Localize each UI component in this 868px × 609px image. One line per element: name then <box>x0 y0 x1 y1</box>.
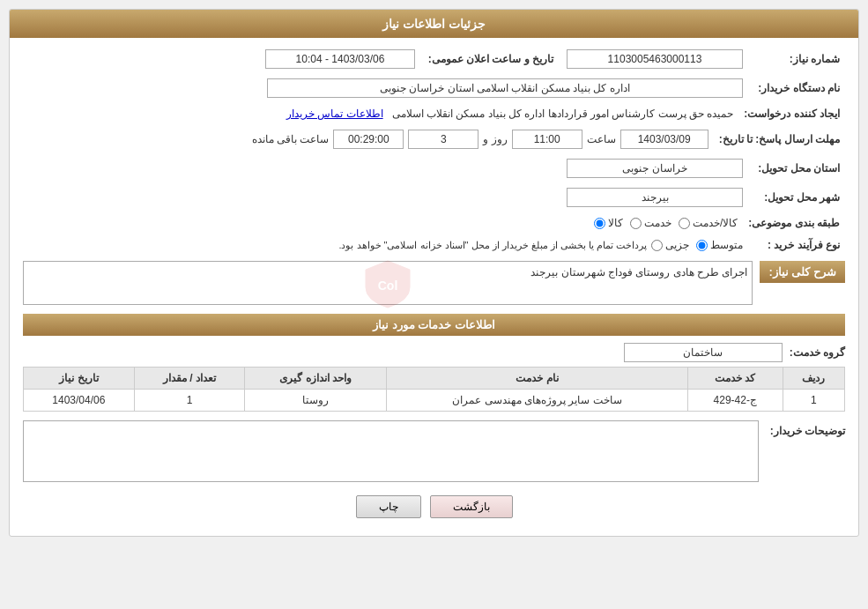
category-khedmat-label: خدمت <box>644 217 671 229</box>
services-section-header: اطلاعات خدمات مورد نیاز <box>23 314 845 336</box>
info-row-7: طبقه بندی موضوعی: کالا/خدمت خدمت <box>23 214 845 232</box>
province-label: استان محل تحویل: <box>748 156 845 181</box>
process-option-jozi: جزیی <box>651 239 689 251</box>
service-group-value: ساختمان <box>624 343 783 362</box>
category-option-khedmat: خدمت <box>630 217 671 229</box>
service-group-label: گروه خدمت: <box>790 346 845 359</box>
table-row: 1ج-42-429ساخت سایر پروژه‌های مهندسی عمرا… <box>24 390 845 412</box>
announce-label: تاریخ و ساعت اعلان عمومی: <box>420 47 561 71</box>
city-value: بیرجند <box>567 188 743 207</box>
process-motavas-label: متوسط <box>710 239 743 251</box>
announce-value: 1403/03/06 - 10:04 <box>265 49 415 69</box>
svg-text:Col: Col <box>378 279 398 293</box>
category-option-kala: کالا <box>594 217 623 229</box>
deadline-remaining-value: 00:29:00 <box>333 130 404 149</box>
back-button[interactable]: بازگشت <box>430 495 513 518</box>
process-row: متوسط جزیی پرداخت تمام یا بخشی از مبلغ خ… <box>28 239 743 251</box>
category-kala-khedmat-radio[interactable] <box>679 218 690 229</box>
info-row-1: شماره نیاز: 1103005463000113 تاریخ و ساع… <box>23 47 845 71</box>
buyer-name-value: اداره کل بنیاد مسکن انقلاب اسلامی استان … <box>267 78 743 98</box>
buttons-row: بازگشت چاپ <box>23 495 845 518</box>
process-note: پرداخت تمام یا بخشی از مبلغ خریدار از مح… <box>338 240 647 251</box>
category-radio-group: کالا/خدمت خدمت کالا <box>28 217 738 229</box>
info-row-3: ایجاد کننده درخواست: حمیده حق پرست کارشن… <box>23 105 845 123</box>
col-header-date: تاریخ نیاز <box>24 368 135 390</box>
deadline-label: مهلت ارسال پاسخ: تا تاریخ: <box>714 127 845 152</box>
category-kala-label: کالا <box>608 217 623 229</box>
page-title: جزئیات اطلاعات نیاز <box>382 17 486 31</box>
description-value: اجرای طرح هادی روستای فوداج شهرستان بیرج… <box>530 266 747 279</box>
process-motavas-radio[interactable] <box>696 240 708 251</box>
card-header: جزئیات اطلاعات نیاز <box>10 10 858 38</box>
main-card: جزئیات اطلاعات نیاز شماره نیاز: 11030054… <box>9 9 859 537</box>
buyer-description-section: توضیحات خریدار: <box>23 420 845 482</box>
city-label: شهر محل تحویل: <box>748 185 845 210</box>
col-header-name: نام خدمت <box>387 368 687 390</box>
watermark-shield: Col <box>361 256 414 309</box>
category-option-kala-khedmat: کالا/خدمت <box>679 217 738 229</box>
creator-value: حمیده حق پرست کارشناس امور قراردادها ادا… <box>392 108 734 120</box>
col-header-row: ردیف <box>783 368 844 390</box>
buyer-name-label: نام دستگاه خریدار: <box>748 76 845 100</box>
process-jozi-label: جزیی <box>665 239 689 251</box>
deadline-time-label: ساعت <box>587 133 616 145</box>
process-option-motavas: متوسط <box>696 239 743 251</box>
deadline-remaining-label: ساعت باقی مانده <box>252 133 330 145</box>
need-number-value: 1103005463000113 <box>567 49 743 69</box>
info-row-6: شهر محل تحویل: بیرجند <box>23 185 845 210</box>
category-kala-radio[interactable] <box>594 218 605 229</box>
process-radio-group: متوسط جزیی <box>651 239 743 251</box>
description-section-label: شرح کلی نیاز: <box>760 261 845 283</box>
buyer-description-label: توضیحات خریدار: <box>766 420 845 437</box>
need-number-label: شماره نیاز: <box>748 47 845 71</box>
info-row-5: استان محل تحویل: خراسان جنوبی <box>23 156 845 181</box>
card-body: شماره نیاز: 1103005463000113 تاریخ و ساع… <box>10 38 858 536</box>
info-row-8: نوع فرآیند خرید : متوسط جزیی <box>23 236 845 254</box>
info-row-4: مهلت ارسال پاسخ: تا تاریخ: 1403/03/09 سا… <box>23 127 845 152</box>
deadline-row: 1403/03/09 ساعت 11:00 روز و 3 00:29:00 س… <box>28 130 708 149</box>
creator-label: ایجاد کننده درخواست: <box>738 105 845 123</box>
services-table: ردیف کد خدمت نام خدمت واحد اندازه گیری ت… <box>23 367 845 412</box>
description-section: شرح کلی نیاز: اجرای طرح هادی روستای فودا… <box>23 261 845 305</box>
info-row-2: نام دستگاه خریدار: اداره کل بنیاد مسکن ا… <box>23 76 845 100</box>
buyer-description-textarea[interactable] <box>23 420 759 482</box>
page-container: جزئیات اطلاعات نیاز شماره نیاز: 11030054… <box>0 0 868 609</box>
category-khedmat-radio[interactable] <box>630 218 642 229</box>
print-button[interactable]: چاپ <box>356 495 421 518</box>
deadline-days-label: روز و <box>483 133 507 145</box>
province-value: خراسان جنوبی <box>567 159 743 178</box>
col-header-unit: واحد اندازه گیری <box>245 368 387 390</box>
deadline-date-value: 1403/03/09 <box>620 130 708 149</box>
category-kala-khedmat-label: کالا/خدمت <box>693 217 738 229</box>
process-label: نوع فرآیند خرید : <box>748 236 845 254</box>
col-header-code: کد خدمت <box>687 368 783 390</box>
service-group-row: گروه خدمت: ساختمان <box>23 343 845 362</box>
category-label: طبقه بندی موضوعی: <box>743 214 845 232</box>
deadline-days-value: 3 <box>408 130 479 149</box>
creator-contact-link[interactable]: اطلاعات تماس خریدار <box>286 108 383 120</box>
deadline-time-value: 11:00 <box>512 130 582 149</box>
process-jozi-radio[interactable] <box>651 240 663 251</box>
description-content: اجرای طرح هادی روستای فوداج شهرستان بیرج… <box>23 261 753 305</box>
col-header-qty: تعداد / مقدار <box>134 368 245 390</box>
